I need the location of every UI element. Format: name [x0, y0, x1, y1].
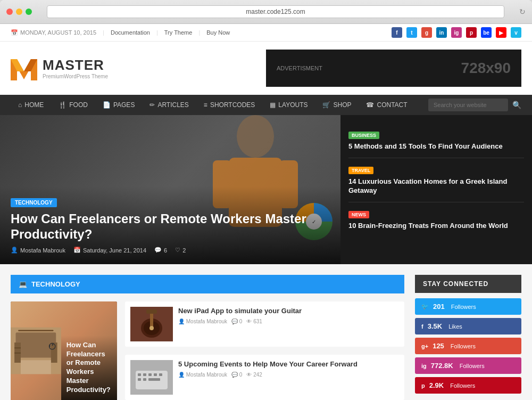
featured-article[interactable]: How Can Freelancers or Remote Workers Ma…	[11, 301, 117, 400]
twitter-follow-btn[interactable]: 🐦 201 Followers	[415, 298, 521, 315]
calendar-icon: 📅	[11, 29, 18, 36]
twitter-topbar-icon[interactable]: t	[406, 27, 417, 38]
close-button[interactable]	[6, 9, 13, 15]
nav-layouts[interactable]: ▦ LAYOUTS	[262, 95, 315, 115]
nav-home[interactable]: ⌂ HOME	[11, 95, 51, 115]
instagram-count: 772.8K	[431, 362, 453, 370]
linkedin-topbar-icon[interactable]: in	[436, 27, 447, 38]
hero-section: ✓ TECHNOLOGY How Can Freelancers or Remo…	[0, 115, 532, 264]
svg-rect-34	[138, 378, 141, 381]
svg-rect-36	[148, 378, 160, 381]
search-input[interactable]	[428, 99, 508, 111]
site-tagline: PremiumWordPress Theme	[43, 74, 108, 79]
nav-shop[interactable]: 🛒 SHOP	[315, 95, 359, 115]
stay-connected-widget: STAY CONNECTED 🐦 201 Followers f 3.5K L	[415, 275, 521, 394]
article-item-2: 5 Upcoming Events to Help Move Your Care…	[125, 355, 404, 400]
hero-likes: ♡ 2	[175, 247, 186, 254]
instagram-topbar-icon[interactable]: ig	[451, 27, 462, 38]
hero-category-badge: TECHNOLOGY	[11, 198, 57, 207]
hero-meta: 👤 Mostafa Mabrouk 📅 Saturday, June 21, 2…	[11, 247, 330, 254]
nav-articles[interactable]: ✏ ARTICLES	[142, 95, 196, 115]
svg-rect-29	[138, 373, 141, 376]
facebook-follow-btn[interactable]: f 3.5K Likes	[415, 318, 521, 334]
minimize-button[interactable]	[16, 9, 22, 15]
featured-article-image: How Can Freelancers or Remote Workers Ma…	[11, 301, 117, 400]
right-sidebar: STAY CONNECTED 🐦 201 Followers f 3.5K L	[415, 275, 521, 400]
website-content: 📅 MONDAY, AUGUST 10, 2015 | Documentatio…	[0, 24, 532, 400]
browser-titlebar: master.code125.com ↻	[0, 0, 532, 24]
topbar: 📅 MONDAY, AUGUST 10, 2015 | Documentatio…	[0, 24, 532, 42]
hero-date: 📅 Saturday, June 21, 2014	[73, 247, 146, 254]
search-icon[interactable]: 🔍	[512, 101, 521, 109]
svg-rect-15	[14, 348, 21, 348]
hero-side-title-2[interactable]: 14 Luxurious Vacation Homes for a Greek …	[348, 177, 524, 195]
svg-rect-13	[14, 342, 21, 363]
nav-pages[interactable]: 📄 PAGES	[95, 95, 142, 115]
nav-food[interactable]: 🍴 FOOD	[51, 95, 95, 115]
pinterest-topbar-icon[interactable]: p	[466, 27, 477, 38]
ad-label: ADVERTISMENT	[277, 65, 322, 71]
hero-comments: 💬 6	[154, 247, 167, 254]
nav-shortcodes[interactable]: ≡ SHORTCODES	[196, 95, 262, 115]
facebook-icon: f	[421, 323, 423, 330]
article-views-2: 👁 242	[246, 372, 262, 378]
pinterest-label: Followers	[450, 382, 515, 389]
buy-now-link[interactable]: Buy Now	[206, 29, 230, 36]
googleplus-icon: g+	[421, 343, 428, 349]
article-thumb-1	[130, 307, 173, 341]
article-grid: How Can Freelancers or Remote Workers Ma…	[11, 301, 404, 400]
address-bar[interactable]: master.code125.com	[47, 5, 504, 18]
try-theme-link[interactable]: Try Theme	[164, 29, 193, 36]
nav-contact[interactable]: ☎ CONTACT	[359, 95, 414, 115]
logo-icon	[11, 56, 37, 80]
svg-rect-19	[49, 345, 50, 347]
facebook-count: 3.5K	[428, 322, 442, 330]
svg-rect-17	[21, 360, 51, 374]
technology-label: TECHNOLOGY	[31, 280, 80, 288]
googleplus-topbar-icon[interactable]: g	[421, 27, 432, 38]
technology-section-header: 💻 TECHNOLOGY	[11, 275, 404, 293]
maximize-button[interactable]	[26, 9, 32, 15]
hero-side-item-3: NEWS 10 Brain-Freezing Treats From Aroun…	[348, 202, 524, 237]
article-title-2[interactable]: 5 Upcoming Events to Help Move Your Care…	[178, 360, 399, 369]
browser-window: master.code125.com ↻ 📅 MONDAY, AUGUST 10…	[0, 0, 532, 400]
hero-author: 👤 Mostafa Mabrouk	[11, 247, 65, 254]
svg-rect-30	[143, 373, 146, 376]
svg-rect-35	[143, 378, 146, 381]
featured-article-title[interactable]: How Can Freelancers or Remote Workers Ma…	[66, 341, 112, 395]
hero-main-article: ✓ TECHNOLOGY How Can Freelancers or Remo…	[0, 115, 340, 264]
facebook-topbar-icon[interactable]: f	[392, 27, 402, 38]
article-meta-2: 👤 Mostafa Mabrouk 💬 0 👁 242	[178, 372, 399, 378]
pinterest-icon: p	[421, 382, 425, 389]
article-author-1: 👤 Mostafa Mabrouk	[178, 319, 227, 324]
vimeo-topbar-icon[interactable]: v	[511, 27, 521, 38]
hero-side-title-1[interactable]: 5 Methods and 15 Tools To Find Your Audi…	[348, 142, 524, 151]
reload-button[interactable]: ↻	[519, 7, 526, 16]
instagram-follow-btn[interactable]: ig 772.8K Followers	[415, 357, 521, 374]
topbar-left: 📅 MONDAY, AUGUST 10, 2015 | Documentatio…	[11, 29, 230, 36]
content-left: 💻 TECHNOLOGY	[11, 275, 404, 400]
hero-side-title-3[interactable]: 10 Brain-Freezing Treats From Around the…	[348, 222, 524, 231]
article-info-2: 5 Upcoming Events to Help Move Your Care…	[178, 360, 399, 395]
stay-connected-title: STAY CONNECTED	[415, 275, 521, 293]
svg-rect-25	[146, 309, 157, 314]
svg-rect-16	[14, 353, 21, 353]
article-comments-2: 💬 0	[231, 372, 242, 378]
article-title-1[interactable]: New iPad App to simulate your Guitar	[178, 307, 399, 316]
main-content: 💻 TECHNOLOGY	[0, 264, 532, 400]
site-title: MASTER	[43, 57, 108, 74]
pinterest-follow-btn[interactable]: p 2.9K Followers	[415, 377, 521, 394]
hero-title[interactable]: How Can Freelancers or Remote Workers Ma…	[11, 211, 330, 242]
googleplus-follow-btn[interactable]: g+ 125 Followers	[415, 338, 521, 354]
youtube-topbar-icon[interactable]: ▶	[496, 27, 506, 38]
site-logo[interactable]: MASTER PremiumWordPress Theme	[11, 56, 108, 80]
news-badge: NEWS	[348, 211, 369, 218]
article-meta-1: 👤 Mostafa Mabrouk 💬 0 👁 631	[178, 319, 399, 324]
hero-overlay: TECHNOLOGY How Can Freelancers or Remote…	[0, 186, 340, 264]
behance-topbar-icon[interactable]: be	[481, 27, 492, 38]
hero-sidebar: BUSINESS 5 Methods and 15 Tools To Find …	[340, 115, 532, 264]
article-info-1: New iPad App to simulate your Guitar 👤 M…	[178, 307, 399, 341]
twitter-count: 201	[433, 303, 445, 311]
googleplus-label: Followers	[451, 343, 515, 349]
documentation-link[interactable]: Documentation	[111, 29, 150, 36]
